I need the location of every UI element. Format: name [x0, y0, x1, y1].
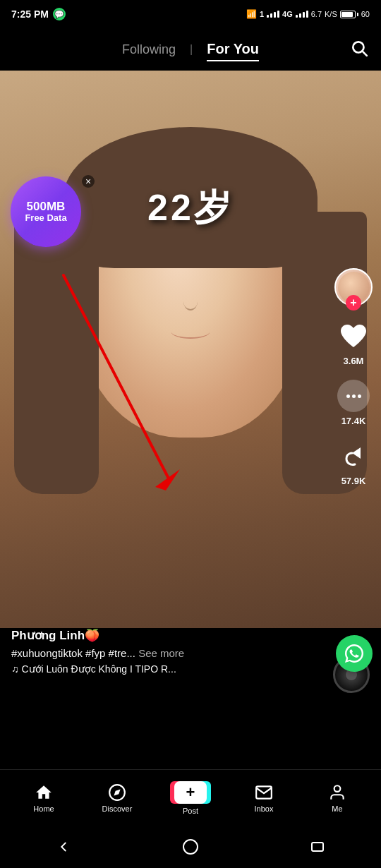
svg-line-1: [363, 52, 366, 55]
creator-avatar[interactable]: +: [334, 268, 373, 306]
home-icon: [35, 783, 53, 802]
network-speed: 6.7: [311, 10, 322, 18]
creator-username[interactable]: Phương Linh🍑: [11, 628, 320, 643]
ad-bubble[interactable]: 500MB Free Data: [11, 176, 81, 247]
see-more-button[interactable]: See more: [138, 647, 184, 659]
nav-post[interactable]: + Post: [154, 781, 227, 815]
nav-post-label: Post: [183, 807, 198, 815]
ad-sub-text: Free Data: [25, 212, 66, 223]
nav-discover[interactable]: Discover: [80, 783, 154, 813]
nav-home[interactable]: Home: [7, 783, 80, 813]
header-divider: |: [190, 43, 193, 56]
sys-home-button[interactable]: [176, 833, 205, 861]
share-count: 57.9K: [341, 476, 366, 486]
comment-icon-container: [337, 379, 370, 413]
signal-bars-1: [267, 11, 279, 18]
video-background: 22岁: [0, 71, 381, 628]
right-sidebar: + 3.6M 17.4K: [334, 268, 373, 486]
ad-close-button[interactable]: ×: [82, 175, 95, 188]
share-action[interactable]: 57.9K: [337, 439, 370, 486]
red-arrow-overlay: [56, 268, 198, 518]
comment-count: 17.4K: [341, 416, 366, 426]
video-hashtags[interactable]: #xuhuongtiktok #fyp #tre... See more: [11, 647, 320, 659]
status-left: 7:25 PM 💬: [11, 8, 66, 20]
svg-marker-3: [155, 469, 180, 490]
nav-inbox[interactable]: Inbox: [227, 783, 301, 813]
header-tabs: Following | For You: [122, 38, 259, 61]
whatsapp-status-icon: 💬: [53, 8, 66, 20]
hashtag-text: #xuhuongtiktok #fyp #tre...: [11, 647, 138, 659]
comment-action[interactable]: 17.4K: [337, 379, 370, 426]
nav-inbox-label: Inbox: [255, 804, 274, 813]
comment-dots: [346, 394, 361, 398]
battery-percent: 60: [361, 10, 370, 18]
like-count: 3.6M: [344, 356, 364, 366]
post-plus-icon: +: [186, 783, 195, 802]
sys-recent-button[interactable]: [303, 833, 332, 861]
heart-icon-container: [337, 319, 370, 353]
network-1: 1: [260, 10, 264, 18]
svg-point-6: [334, 785, 341, 792]
header: Following | For You: [0, 28, 381, 71]
bottom-nav: Home Discover + Post Inbox Me: [0, 769, 381, 826]
network-4g: 4G: [282, 10, 293, 18]
search-button[interactable]: [350, 39, 368, 60]
tab-following[interactable]: Following: [122, 40, 176, 60]
nav-me[interactable]: Me: [301, 783, 374, 813]
system-nav-bar: [0, 826, 381, 868]
inbox-icon: [255, 783, 273, 802]
svg-marker-5: [114, 789, 120, 795]
video-area[interactable]: 22岁 500MB Free Data × +: [0, 71, 381, 628]
tab-for-you[interactable]: For You: [207, 38, 259, 61]
whatsapp-button[interactable]: [336, 635, 373, 672]
network-speed-unit: K/S: [325, 10, 337, 18]
age-text-overlay: 22岁: [147, 183, 234, 233]
post-button-inner: +: [174, 781, 207, 804]
like-action[interactable]: 3.6M: [337, 319, 370, 366]
svg-line-2: [64, 275, 169, 480]
battery-indicator: [340, 11, 358, 18]
signal-bars-2: [296, 11, 308, 18]
ad-main-text: 500MB: [27, 200, 66, 212]
video-song[interactable]: ♫ Cưới Luôn Được Không I TIPO R...: [11, 663, 320, 675]
sys-back-button[interactable]: [49, 833, 78, 861]
video-info: Phương Linh🍑 #xuhuongtiktok #fyp #tre...…: [0, 628, 332, 675]
follow-button[interactable]: +: [346, 295, 361, 311]
nav-home-label: Home: [33, 804, 54, 813]
nav-me-label: Me: [332, 804, 342, 813]
nav-discover-label: Discover: [102, 804, 133, 813]
svg-point-0: [353, 42, 363, 52]
status-right: 📶 1 4G 6.7 K/S 60: [246, 9, 370, 19]
sim-icon: 📶: [246, 9, 257, 19]
time-display: 7:25 PM: [11, 8, 49, 20]
discover-icon: [108, 783, 126, 802]
share-icon-container: [337, 439, 370, 473]
status-bar: 7:25 PM 💬 📶 1 4G 6.7 K/S 60: [0, 0, 381, 28]
song-text: ♫ Cưới Luôn Được Không I TIPO R...: [11, 663, 176, 675]
me-icon: [328, 783, 346, 802]
